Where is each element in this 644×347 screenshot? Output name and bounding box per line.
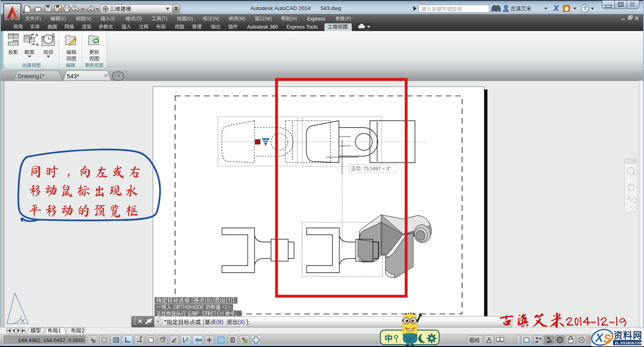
svg-text:X: X: [594, 331, 604, 344]
svg-text:X: X: [553, 4, 559, 12]
svg-text:Autodesk AutoCAD 2014: Autodesk AutoCAD 2014: [250, 5, 311, 11]
svg-text:A: A: [36, 42, 39, 47]
svg-text:A: A: [35, 33, 38, 37]
svg-text:S: S: [603, 332, 611, 345]
svg-text:Express Tools: Express Tools: [287, 24, 318, 30]
svg-text:A: A: [52, 33, 55, 37]
svg-text:Express: Express: [307, 16, 325, 22]
svg-text:543.dwg: 543.dwg: [320, 5, 341, 11]
svg-text:149.4362, 154.0457, 0.0000: 149.4362, 154.0457, 0.0000: [18, 337, 85, 343]
svg-text:>_: >_: [157, 320, 161, 324]
svg-text:543*: 543*: [67, 73, 79, 79]
svg-text:?: ?: [583, 5, 587, 12]
svg-text:2D: 2D: [632, 172, 636, 176]
svg-text:Drawing1*: Drawing1*: [18, 73, 45, 79]
svg-text:Autodesk 360: Autodesk 360: [247, 24, 278, 30]
svg-text:ZL.XS1616.COM: ZL.XS1616.COM: [615, 341, 644, 345]
